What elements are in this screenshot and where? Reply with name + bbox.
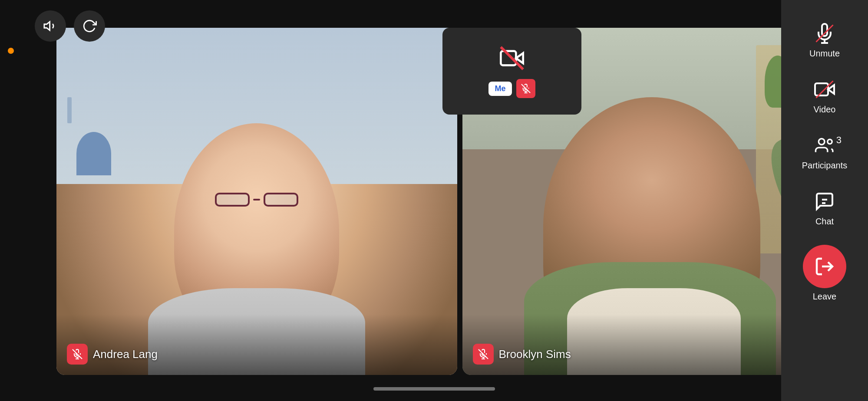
mic-mute-icon (72, 349, 83, 359)
self-mute-badge (516, 79, 535, 98)
sidebar: Unmute Video 3 Participants (781, 0, 868, 401)
svg-marker-0 (44, 22, 50, 30)
participants-icon (814, 135, 835, 156)
svg-rect-14 (815, 83, 828, 95)
cam-off-icon (498, 44, 526, 72)
participants-button[interactable]: 3 Participants (790, 126, 859, 178)
chat-label: Chat (815, 217, 834, 227)
andrea-name: Andrea Lang (93, 348, 158, 361)
participants-icon-wrap: 3 (813, 134, 836, 157)
scroll-indicator[interactable] (373, 387, 495, 391)
unmute-icon-wrap (813, 22, 836, 45)
svg-point-15 (818, 139, 825, 145)
notification-dot (8, 48, 14, 54)
leave-label: Leave (813, 292, 837, 302)
andrea-label: Andrea Lang (67, 344, 158, 365)
svg-point-16 (828, 139, 832, 144)
refresh-icon (82, 19, 97, 33)
self-mic-mute-icon (521, 84, 531, 93)
participants-count: 3 (836, 135, 842, 146)
brooklyn-label: Brooklyn Sims (473, 344, 571, 365)
white-top (567, 288, 741, 375)
volume-button[interactable] (35, 10, 66, 42)
leave-wrap: Leave (803, 241, 846, 302)
andrea-mute-badge (67, 344, 88, 365)
unmute-button[interactable]: Unmute (790, 14, 859, 66)
leave-button[interactable] (803, 245, 846, 288)
self-view-labels: Me (488, 79, 535, 98)
refresh-button[interactable] (74, 10, 105, 42)
volume-icon (43, 19, 58, 33)
top-controls (35, 10, 105, 42)
andrea-shirt (148, 288, 365, 375)
self-view-popup: Me (442, 28, 581, 115)
video-tile-andrea: Andrea Lang (56, 28, 457, 375)
chat-icon-wrap (813, 190, 836, 213)
chat-icon (814, 191, 835, 212)
chat-button[interactable]: Chat (790, 182, 859, 234)
mic-mute-icon-2 (478, 349, 488, 359)
participants-label: Participants (802, 161, 848, 171)
brooklyn-name: Brooklyn Sims (499, 348, 571, 361)
andrea-glasses (215, 193, 298, 207)
unmute-label: Unmute (809, 49, 840, 59)
video-button[interactable]: Video (790, 70, 859, 122)
brooklyn-mute-badge (473, 344, 494, 365)
lamp-pole (67, 97, 72, 123)
video-icon-wrap (813, 78, 836, 101)
leave-icon (814, 256, 835, 277)
lamp-shape (76, 132, 111, 175)
video-label: Video (814, 105, 836, 115)
me-badge: Me (488, 82, 512, 96)
